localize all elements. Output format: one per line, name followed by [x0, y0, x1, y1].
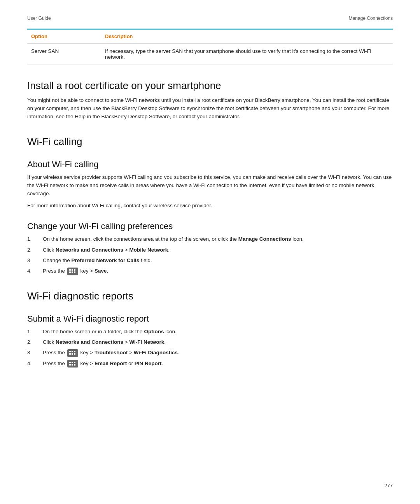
list-item: 2.Click Networks and Connections > Wi-Fi…: [27, 338, 393, 346]
body-paragraph: For more information about Wi-Fi calling…: [27, 202, 393, 210]
bold-text: Mobile Network: [129, 247, 168, 253]
step-number: 1.: [27, 328, 43, 336]
bold-text: Troubleshoot: [94, 350, 128, 355]
step-content: Change the Preferred Network for Calls f…: [43, 257, 393, 264]
option-cell: Server SAN: [27, 44, 105, 65]
page-header: User Guide Manage Connections: [27, 16, 393, 21]
step-content: Press the key > Troubleshoot > Wi-Fi Dia…: [43, 349, 393, 357]
col-description: Description: [105, 29, 393, 44]
bold-text: Email Report: [94, 360, 127, 366]
list-item: 3.Press the key > Troubleshoot > Wi-Fi D…: [27, 349, 393, 357]
step-number: 2.: [27, 246, 43, 254]
bold-text: Networks and Connections: [56, 247, 123, 253]
step-content: Press the key > Email Report or PIN Repo…: [43, 360, 393, 368]
list-item: 2.Click Networks and Connections > Mobil…: [27, 246, 393, 254]
list-item: 3.Change the Preferred Network for Calls…: [27, 257, 393, 264]
step-number: 1.: [27, 235, 43, 243]
bold-text: PIN Report: [135, 360, 162, 366]
step-number: 2.: [27, 338, 43, 346]
list-item: 1.On the home screen or in a folder, cli…: [27, 328, 393, 336]
body-paragraph: If your wireless service provider suppor…: [27, 173, 393, 198]
main-content: Install a root certificate on your smart…: [27, 80, 393, 368]
bold-text: Wi-Fi Diagnostics: [134, 350, 178, 355]
section-heading-change-wifi-calling: Change your Wi-Fi calling preferences: [27, 221, 393, 231]
section-heading-about-wifi-calling: About Wi-Fi calling: [27, 159, 393, 170]
bold-text: Manage Connections: [238, 236, 291, 242]
list-item: 4.Press the key > Save.: [27, 267, 393, 275]
bold-text: Save: [94, 268, 107, 274]
list-item: 4.Press the key > Email Report or PIN Re…: [27, 360, 393, 368]
page-number: 277: [384, 483, 393, 488]
step-number: 3.: [27, 349, 43, 357]
options-table: Option Description Server SANIf necessar…: [27, 29, 393, 65]
bold-text: Preferred Network for Calls: [72, 257, 140, 263]
bold-text: Networks and Connections: [56, 339, 123, 345]
table-body: Server SANIf necessary, type the server …: [27, 44, 393, 65]
header-left: User Guide: [27, 16, 51, 21]
list-item: 1.On the home screen, click the connecti…: [27, 235, 393, 243]
section-heading-submit-wifi-diagnostic: Submit a Wi-Fi diagnostic report: [27, 314, 393, 324]
section-heading-install-root-cert: Install a root certificate on your smart…: [27, 80, 393, 92]
steps-list-change-wifi-calling: 1.On the home screen, click the connecti…: [27, 235, 393, 275]
step-content: On the home screen or in a folder, click…: [43, 328, 393, 336]
step-content: Click Networks and Connections > Mobile …: [43, 246, 393, 254]
step-content: Press the key > Save.: [43, 267, 393, 275]
section-heading-wifi-diagnostic: Wi-Fi diagnostic reports: [27, 290, 393, 302]
step-number: 4.: [27, 267, 43, 275]
col-option: Option: [27, 29, 105, 44]
step-number: 4.: [27, 360, 43, 368]
bb-key-icon: [67, 268, 78, 275]
step-number: 3.: [27, 257, 43, 264]
section-heading-wifi-calling: Wi-Fi calling: [27, 136, 393, 148]
table-header: Option Description: [27, 29, 393, 44]
table-row: Server SANIf necessary, type the server …: [27, 44, 393, 65]
body-paragraph: You might not be able to connect to some…: [27, 96, 393, 121]
step-content: On the home screen, click the connection…: [43, 235, 393, 243]
header-right: Manage Connections: [349, 16, 393, 21]
bb-key-icon: [67, 360, 78, 368]
bold-text: Options: [144, 329, 164, 334]
bb-key-icon: [67, 349, 78, 357]
step-content: Click Networks and Connections > Wi-Fi N…: [43, 338, 393, 346]
bold-text: Wi-Fi Network: [129, 339, 164, 345]
description-cell: If necessary, type the server SAN that y…: [105, 44, 393, 65]
steps-list-submit-wifi-diagnostic: 1.On the home screen or in a folder, cli…: [27, 328, 393, 368]
